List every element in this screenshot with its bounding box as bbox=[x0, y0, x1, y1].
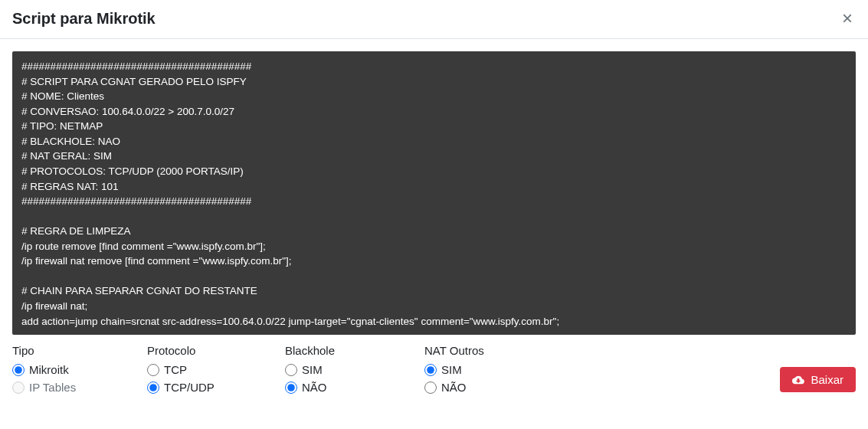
radio-nat-sim[interactable]: SIM bbox=[424, 363, 509, 376]
radio-proto-tcp[interactable]: TCP bbox=[147, 363, 231, 376]
radio-input-blackhole-sim[interactable] bbox=[285, 364, 297, 376]
radio-input-proto-tcpudp[interactable] bbox=[147, 382, 159, 394]
radio-label: SIM bbox=[302, 363, 323, 376]
radio-input-nat-nao[interactable] bbox=[424, 382, 437, 394]
radio-label: Mikroitk bbox=[29, 363, 69, 376]
radio-input-nat-sim[interactable] bbox=[424, 364, 437, 376]
radio-label: SIM bbox=[441, 363, 462, 376]
radio-input-tipo-mikrotik[interactable] bbox=[12, 364, 25, 376]
script-output[interactable]: ########################################… bbox=[12, 51, 856, 335]
controls-row: Tipo Mikroitk IP Tables Protocolo TCP TC… bbox=[12, 344, 856, 394]
group-blackhole: Blackhole SIM NÃO bbox=[285, 344, 369, 394]
radio-label: NÃO bbox=[441, 381, 467, 394]
modal-title: Script para Mikrotik bbox=[12, 10, 156, 28]
radio-input-proto-tcp[interactable] bbox=[147, 364, 159, 376]
label-protocolo: Protocolo bbox=[147, 344, 231, 357]
radio-label: IP Tables bbox=[29, 381, 76, 394]
label-tipo: Tipo bbox=[12, 344, 104, 357]
radio-label: TCP bbox=[164, 363, 187, 376]
cloud-download-icon bbox=[792, 374, 804, 386]
close-icon: × bbox=[842, 8, 853, 28]
radio-input-blackhole-nao[interactable] bbox=[285, 382, 297, 394]
radio-label: NÃO bbox=[302, 381, 327, 394]
download-label: Baixar bbox=[811, 373, 843, 386]
label-nat-outros: NAT Outros bbox=[424, 344, 509, 357]
radio-input-tipo-iptables bbox=[12, 382, 25, 394]
radio-tipo-mikrotik[interactable]: Mikroitk bbox=[12, 363, 104, 376]
group-tipo: Tipo Mikroitk IP Tables bbox=[12, 344, 104, 394]
modal-body: ########################################… bbox=[0, 39, 868, 406]
group-protocolo: Protocolo TCP TCP/UDP bbox=[147, 344, 231, 394]
radio-blackhole-sim[interactable]: SIM bbox=[285, 363, 369, 376]
group-nat-outros: NAT Outros SIM NÃO bbox=[424, 344, 509, 394]
close-button[interactable]: × bbox=[839, 9, 856, 28]
radio-blackhole-nao[interactable]: NÃO bbox=[285, 381, 369, 394]
radio-tipo-iptables: IP Tables bbox=[12, 381, 104, 394]
radio-label: TCP/UDP bbox=[164, 381, 215, 394]
label-blackhole: Blackhole bbox=[285, 344, 369, 357]
download-button[interactable]: Baixar bbox=[780, 367, 856, 392]
radio-nat-nao[interactable]: NÃO bbox=[424, 381, 509, 394]
radio-proto-tcpudp[interactable]: TCP/UDP bbox=[147, 381, 231, 394]
modal-header: Script para Mikrotik × bbox=[0, 0, 868, 39]
